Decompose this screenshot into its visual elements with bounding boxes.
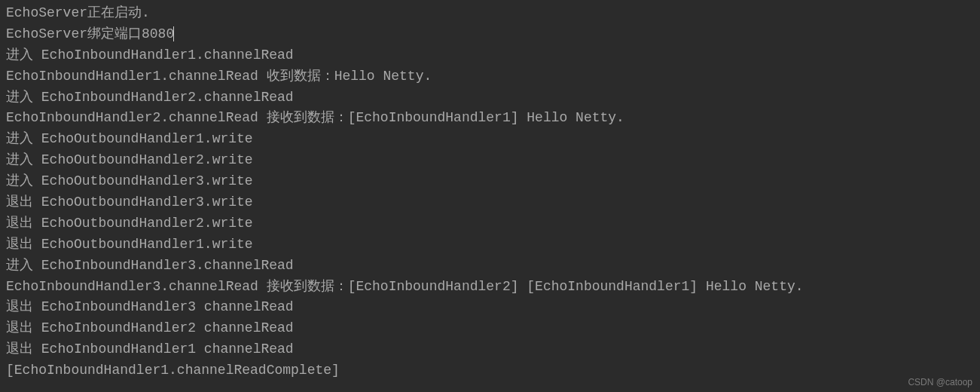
log-line: EchoInboundHandler1.channelRead 收到数据：Hel… <box>6 66 974 87</box>
text-cursor <box>173 26 174 41</box>
log-line: 退出 EchoOutboundHandler2.write <box>6 213 974 234</box>
log-line: 退出 EchoOutboundHandler3.write <box>6 192 974 213</box>
log-line: 退出 EchoInboundHandler1 channelRead <box>6 339 974 360</box>
log-line: 进入 EchoOutboundHandler2.write <box>6 150 974 171</box>
log-line: 进入 EchoInboundHandler1.channelRead <box>6 45 974 66</box>
log-line: EchoInboundHandler2.channelRead 接收到数据：[E… <box>6 108 974 129</box>
log-line: 退出 EchoInboundHandler3 channelRead <box>6 297 974 318</box>
log-line: 进入 EchoInboundHandler3.channelRead <box>6 256 974 277</box>
log-line: 进入 EchoOutboundHandler1.write <box>6 129 974 150</box>
watermark: CSDN @catoop <box>908 377 972 387</box>
log-line: 进入 EchoInboundHandler2.channelRead <box>6 87 974 109</box>
log-line: 退出 EchoOutboundHandler1.write <box>6 234 974 256</box>
console-output[interactable]: EchoServer正在启动.EchoServer绑定端口8080进入 Echo… <box>6 3 974 381</box>
log-line: 退出 EchoInboundHandler2 channelRead <box>6 318 974 339</box>
log-line: [EchoInboundHandler1.channelReadComplete… <box>6 360 974 381</box>
log-line: EchoServer绑定端口8080 <box>6 24 974 45</box>
log-line: EchoServer正在启动. <box>6 3 974 24</box>
log-line: 进入 EchoOutboundHandler3.write <box>6 171 974 192</box>
log-line: EchoInboundHandler3.channelRead 接收到数据：[E… <box>6 277 974 298</box>
